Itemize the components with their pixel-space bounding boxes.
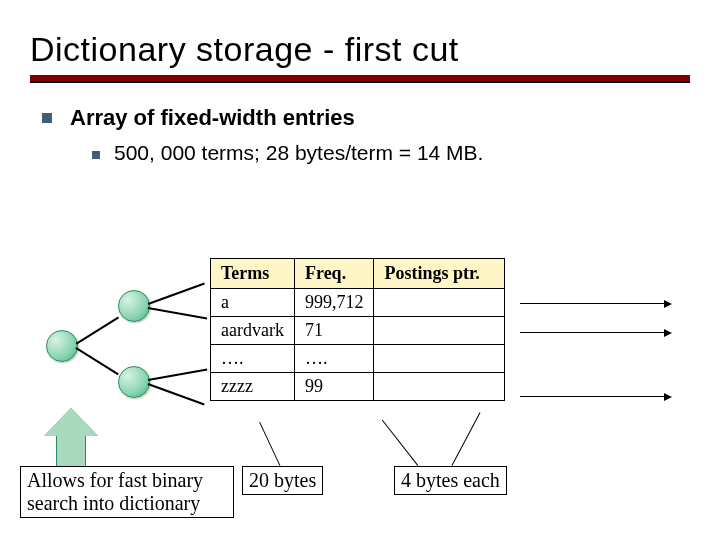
col-terms: Terms: [211, 259, 295, 289]
cell-term: a: [211, 289, 295, 317]
cell-ptr: [374, 289, 505, 317]
cell-freq: 999,712: [294, 289, 374, 317]
cell-term: ….: [211, 345, 295, 373]
cell-ptr: [374, 317, 505, 345]
table-header-row: Terms Freq. Postings ptr.: [211, 259, 505, 289]
tree-edge: [148, 369, 207, 381]
cell-term: zzzz: [211, 373, 295, 401]
dictionary-table: Terms Freq. Postings ptr. a 999,712 aard…: [210, 258, 505, 401]
annotation-line: [259, 422, 280, 466]
up-arrow-icon: [44, 408, 98, 468]
table-row: a 999,712: [211, 289, 505, 317]
annotation-line: [382, 420, 419, 466]
bullet-level-2: 500, 000 terms; 28 bytes/term = 14 MB.: [92, 141, 690, 165]
annotation-line: [451, 412, 480, 466]
dictionary-table-wrap: Terms Freq. Postings ptr. a 999,712 aard…: [210, 258, 505, 401]
tree-edge: [148, 283, 205, 305]
tree-edge: [148, 307, 207, 319]
binary-search-caption: Allows for fast binary search into dicti…: [20, 466, 234, 518]
pointer-arrow: [520, 396, 670, 397]
bytes-4-caption: 4 bytes each: [394, 466, 507, 495]
tree-edge: [76, 347, 119, 375]
cell-term: aardvark: [211, 317, 295, 345]
table-row: zzzz 99: [211, 373, 505, 401]
bullet-1-text: Array of fixed-width entries: [70, 105, 355, 131]
col-postings-ptr: Postings ptr.: [374, 259, 505, 289]
bullet-list: Array of fixed-width entries 500, 000 te…: [42, 105, 690, 165]
bullet-icon: [92, 151, 100, 159]
table-row: …. ….: [211, 345, 505, 373]
bullet-2-text: 500, 000 terms; 28 bytes/term = 14 MB.: [114, 141, 483, 165]
col-freq: Freq.: [294, 259, 374, 289]
tree-edge: [148, 383, 205, 405]
tree-node: [118, 366, 150, 398]
slide: Dictionary storage - first cut Array of …: [0, 0, 720, 540]
cell-ptr: [374, 345, 505, 373]
tree-node: [118, 290, 150, 322]
bullet-level-1: Array of fixed-width entries: [42, 105, 690, 131]
cell-freq: 71: [294, 317, 374, 345]
pointer-arrow: [520, 303, 670, 304]
slide-title: Dictionary storage - first cut: [30, 30, 690, 69]
cell-ptr: [374, 373, 505, 401]
cell-freq: ….: [294, 345, 374, 373]
tree-edge: [76, 317, 119, 345]
title-rule: [30, 75, 690, 81]
cell-freq: 99: [294, 373, 374, 401]
bullet-icon: [42, 113, 52, 123]
bytes-20-caption: 20 bytes: [242, 466, 323, 495]
table-row: aardvark 71: [211, 317, 505, 345]
pointer-arrow: [520, 332, 670, 333]
tree-node: [46, 330, 78, 362]
